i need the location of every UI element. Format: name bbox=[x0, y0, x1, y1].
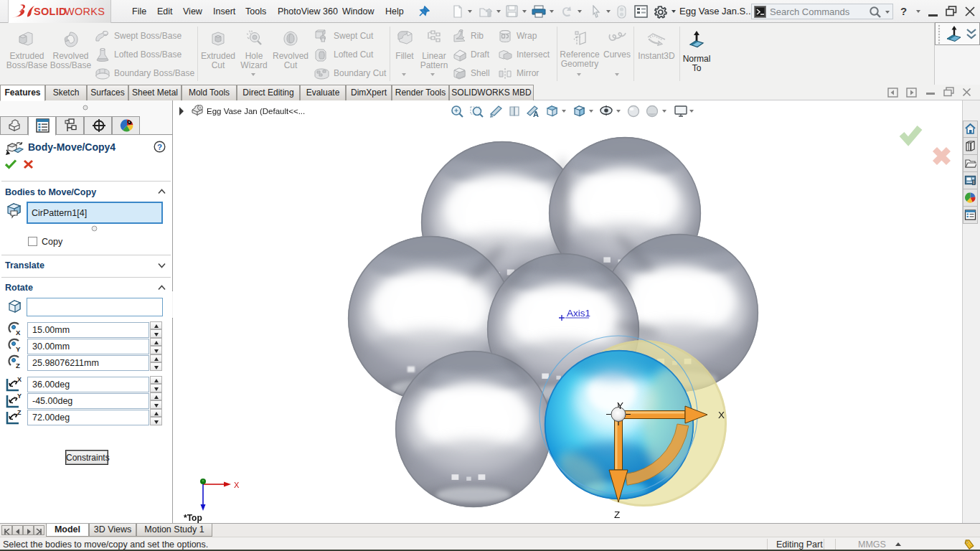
svg-text:Axis1: Axis1 bbox=[567, 308, 590, 319]
svg-text:Z: Z bbox=[614, 509, 620, 520]
svg-text:Z: Z bbox=[17, 410, 22, 416]
svg-text:Z: Z bbox=[16, 362, 20, 369]
svg-text:?: ? bbox=[157, 143, 162, 151]
svg-text:*Top: *Top bbox=[184, 513, 202, 523]
svg-text:SOLID: SOLID bbox=[34, 6, 67, 17]
svg-text:Y: Y bbox=[16, 345, 21, 353]
svg-text:A: A bbox=[533, 110, 539, 118]
svg-text:Y: Y bbox=[617, 400, 623, 411]
svg-text:Egg Vase Jan (Default<<...: Egg Vase Jan (Default<<... bbox=[207, 107, 305, 116]
svg-text:X: X bbox=[16, 329, 21, 336]
svg-text:X: X bbox=[234, 481, 240, 489]
svg-text:Y: Y bbox=[17, 393, 22, 400]
svg-text:X: X bbox=[17, 377, 22, 383]
svg-text:X: X bbox=[718, 410, 725, 420]
svg-text:WORKS: WORKS bbox=[65, 6, 105, 17]
